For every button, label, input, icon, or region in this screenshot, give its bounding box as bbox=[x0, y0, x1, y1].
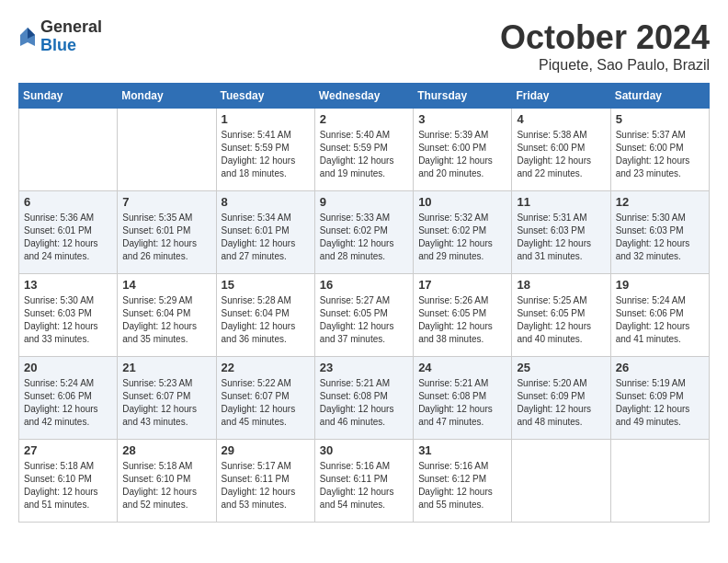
calendar-cell: 20Sunrise: 5:24 AM Sunset: 6:06 PM Dayli… bbox=[19, 357, 118, 440]
calendar-cell: 14Sunrise: 5:29 AM Sunset: 6:04 PM Dayli… bbox=[118, 274, 216, 357]
calendar-week-1: 1Sunrise: 5:41 AM Sunset: 5:59 PM Daylig… bbox=[19, 109, 710, 191]
day-info: Sunrise: 5:40 AM Sunset: 5:59 PM Dayligh… bbox=[320, 129, 408, 180]
calendar-cell: 11Sunrise: 5:31 AM Sunset: 6:03 PM Dayli… bbox=[512, 191, 610, 274]
day-number: 25 bbox=[517, 361, 605, 374]
calendar-cell: 22Sunrise: 5:22 AM Sunset: 6:07 PM Dayli… bbox=[216, 357, 314, 440]
calendar-cell: 18Sunrise: 5:25 AM Sunset: 6:05 PM Dayli… bbox=[512, 274, 610, 357]
day-number: 30 bbox=[320, 443, 408, 457]
logo-icon bbox=[18, 26, 37, 48]
calendar-cell: 15Sunrise: 5:28 AM Sunset: 6:04 PM Dayli… bbox=[216, 274, 314, 357]
day-number: 10 bbox=[418, 195, 506, 209]
calendar-cell: 19Sunrise: 5:24 AM Sunset: 6:06 PM Dayli… bbox=[610, 274, 709, 357]
day-info: Sunrise: 5:21 AM Sunset: 6:08 PM Dayligh… bbox=[418, 377, 506, 429]
calendar-week-2: 6Sunrise: 5:36 AM Sunset: 6:01 PM Daylig… bbox=[19, 191, 710, 274]
calendar-cell: 31Sunrise: 5:16 AM Sunset: 6:12 PM Dayli… bbox=[414, 440, 512, 523]
day-info: Sunrise: 5:17 AM Sunset: 6:11 PM Dayligh… bbox=[222, 460, 310, 511]
calendar-week-3: 13Sunrise: 5:30 AM Sunset: 6:03 PM Dayli… bbox=[19, 274, 710, 357]
day-number: 17 bbox=[418, 278, 506, 292]
day-info: Sunrise: 5:24 AM Sunset: 6:06 PM Dayligh… bbox=[24, 377, 112, 429]
calendar-cell: 7Sunrise: 5:35 AM Sunset: 6:01 PM Daylig… bbox=[118, 191, 216, 274]
calendar-cell: 28Sunrise: 5:18 AM Sunset: 6:10 PM Dayli… bbox=[118, 440, 216, 523]
day-number: 21 bbox=[122, 361, 210, 374]
day-info: Sunrise: 5:33 AM Sunset: 6:02 PM Dayligh… bbox=[320, 212, 408, 263]
day-number: 29 bbox=[222, 443, 310, 457]
day-number: 3 bbox=[418, 112, 506, 126]
calendar-cell: 21Sunrise: 5:23 AM Sunset: 6:07 PM Dayli… bbox=[118, 357, 216, 440]
col-wednesday: Wednesday bbox=[314, 84, 413, 109]
day-number: 15 bbox=[222, 278, 310, 292]
day-info: Sunrise: 5:35 AM Sunset: 6:01 PM Dayligh… bbox=[122, 212, 210, 263]
day-info: Sunrise: 5:16 AM Sunset: 6:11 PM Dayligh… bbox=[320, 460, 408, 511]
day-number: 31 bbox=[418, 443, 506, 457]
calendar-cell: 2Sunrise: 5:40 AM Sunset: 5:59 PM Daylig… bbox=[314, 109, 413, 191]
calendar-cell: 8Sunrise: 5:34 AM Sunset: 6:01 PM Daylig… bbox=[216, 191, 314, 274]
calendar-cell: 17Sunrise: 5:26 AM Sunset: 6:05 PM Dayli… bbox=[414, 274, 512, 357]
calendar-cell: 1Sunrise: 5:41 AM Sunset: 5:59 PM Daylig… bbox=[216, 109, 314, 191]
day-number: 1 bbox=[222, 112, 310, 126]
calendar-cell: 9Sunrise: 5:33 AM Sunset: 6:02 PM Daylig… bbox=[314, 191, 413, 274]
day-info: Sunrise: 5:22 AM Sunset: 6:07 PM Dayligh… bbox=[222, 377, 310, 429]
calendar-body: 1Sunrise: 5:41 AM Sunset: 5:59 PM Daylig… bbox=[19, 109, 710, 523]
logo-blue: Blue bbox=[40, 37, 102, 55]
day-number: 22 bbox=[222, 361, 310, 374]
day-number: 6 bbox=[24, 195, 112, 209]
calendar-cell bbox=[512, 440, 610, 523]
day-number: 11 bbox=[517, 195, 605, 209]
day-number: 7 bbox=[122, 195, 210, 209]
col-sunday: Sunday bbox=[19, 84, 118, 109]
page-header: General Blue October 2024 Piquete, Sao P… bbox=[18, 18, 710, 74]
calendar-table: Sunday Monday Tuesday Wednesday Thursday… bbox=[18, 83, 710, 523]
day-info: Sunrise: 5:32 AM Sunset: 6:02 PM Dayligh… bbox=[418, 212, 506, 263]
col-friday: Friday bbox=[512, 84, 610, 109]
day-number: 8 bbox=[222, 195, 310, 209]
day-info: Sunrise: 5:31 AM Sunset: 6:03 PM Dayligh… bbox=[517, 212, 605, 263]
col-tuesday: Tuesday bbox=[216, 84, 314, 109]
calendar-cell bbox=[118, 109, 216, 191]
day-info: Sunrise: 5:16 AM Sunset: 6:12 PM Dayligh… bbox=[418, 460, 506, 511]
title-section: October 2024 Piquete, Sao Paulo, Brazil bbox=[500, 18, 710, 74]
calendar-cell: 16Sunrise: 5:27 AM Sunset: 6:05 PM Dayli… bbox=[314, 274, 413, 357]
header-row: Sunday Monday Tuesday Wednesday Thursday… bbox=[19, 84, 710, 109]
col-saturday: Saturday bbox=[610, 84, 709, 109]
day-number: 27 bbox=[24, 443, 112, 457]
day-number: 24 bbox=[418, 361, 506, 374]
day-info: Sunrise: 5:24 AM Sunset: 6:06 PM Dayligh… bbox=[616, 294, 704, 346]
col-thursday: Thursday bbox=[414, 84, 512, 109]
day-info: Sunrise: 5:20 AM Sunset: 6:09 PM Dayligh… bbox=[517, 377, 605, 429]
day-info: Sunrise: 5:30 AM Sunset: 6:03 PM Dayligh… bbox=[24, 294, 112, 346]
calendar-week-5: 27Sunrise: 5:18 AM Sunset: 6:10 PM Dayli… bbox=[19, 440, 710, 523]
calendar-cell: 24Sunrise: 5:21 AM Sunset: 6:08 PM Dayli… bbox=[414, 357, 512, 440]
day-number: 2 bbox=[320, 112, 408, 126]
day-number: 26 bbox=[616, 361, 704, 374]
day-info: Sunrise: 5:27 AM Sunset: 6:05 PM Dayligh… bbox=[320, 294, 408, 346]
location: Piquete, Sao Paulo, Brazil bbox=[500, 57, 710, 74]
col-monday: Monday bbox=[118, 84, 216, 109]
day-info: Sunrise: 5:19 AM Sunset: 6:09 PM Dayligh… bbox=[616, 377, 704, 429]
calendar-header: Sunday Monday Tuesday Wednesday Thursday… bbox=[19, 84, 710, 109]
day-number: 12 bbox=[616, 195, 704, 209]
calendar-cell: 12Sunrise: 5:30 AM Sunset: 6:03 PM Dayli… bbox=[610, 191, 709, 274]
day-info: Sunrise: 5:26 AM Sunset: 6:05 PM Dayligh… bbox=[418, 294, 506, 346]
month-title: October 2024 bbox=[500, 18, 710, 57]
day-number: 5 bbox=[616, 112, 704, 126]
calendar-cell bbox=[610, 440, 709, 523]
calendar-cell: 4Sunrise: 5:38 AM Sunset: 6:00 PM Daylig… bbox=[512, 109, 610, 191]
calendar-cell: 10Sunrise: 5:32 AM Sunset: 6:02 PM Dayli… bbox=[414, 191, 512, 274]
day-number: 9 bbox=[320, 195, 408, 209]
day-info: Sunrise: 5:30 AM Sunset: 6:03 PM Dayligh… bbox=[616, 212, 704, 263]
calendar-cell bbox=[19, 109, 118, 191]
day-info: Sunrise: 5:36 AM Sunset: 6:01 PM Dayligh… bbox=[24, 212, 112, 263]
calendar-cell: 26Sunrise: 5:19 AM Sunset: 6:09 PM Dayli… bbox=[610, 357, 709, 440]
calendar-cell: 23Sunrise: 5:21 AM Sunset: 6:08 PM Dayli… bbox=[314, 357, 413, 440]
day-info: Sunrise: 5:41 AM Sunset: 5:59 PM Dayligh… bbox=[222, 129, 310, 180]
day-info: Sunrise: 5:21 AM Sunset: 6:08 PM Dayligh… bbox=[320, 377, 408, 429]
logo-text: General Blue bbox=[40, 18, 102, 55]
day-number: 14 bbox=[122, 278, 210, 292]
day-info: Sunrise: 5:38 AM Sunset: 6:00 PM Dayligh… bbox=[517, 129, 605, 180]
logo: General Blue bbox=[18, 18, 102, 55]
day-number: 18 bbox=[517, 278, 605, 292]
day-number: 20 bbox=[24, 361, 112, 374]
day-info: Sunrise: 5:23 AM Sunset: 6:07 PM Dayligh… bbox=[122, 377, 210, 429]
calendar-cell: 29Sunrise: 5:17 AM Sunset: 6:11 PM Dayli… bbox=[216, 440, 314, 523]
day-info: Sunrise: 5:25 AM Sunset: 6:05 PM Dayligh… bbox=[517, 294, 605, 346]
